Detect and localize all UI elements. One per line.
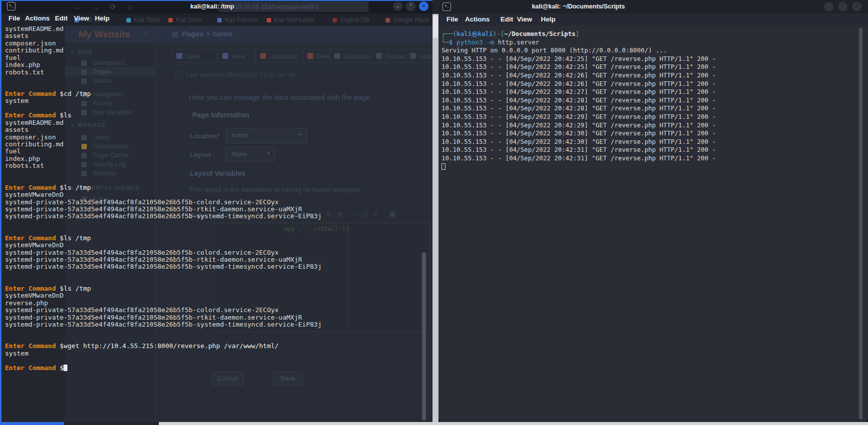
bookmark-favicon [126,18,131,22]
log-line: 10.10.55.153 - - [04/Sep/2022 20:42:25] … [441,55,716,63]
terminal-icon: >_ [442,2,451,11]
home-icon: ⌂ [128,2,132,11]
terminal-command-line: Enter Command $ls [5,112,322,119]
right-terminal-scrollbar[interactable] [859,28,863,420]
minimize-button[interactable]: ⌄ [824,2,834,11]
editor-image-icon: ▣ [389,210,396,218]
left-terminal-scrollbar[interactable] [422,252,426,421]
terminal-blank-line [5,357,322,364]
log-line: 10.10.55.153 - - [04/Sep/2022 20:42:30] … [441,138,716,146]
log-line: 10.10.55.153 - - [04/Sep/2022 20:42:26] … [441,71,716,80]
bookmark-kali-docs: Kali Docs [176,16,202,23]
menu-view[interactable]: View [517,15,532,23]
left-terminal-content[interactable]: systemREADME.md assets composer.json con… [5,25,322,372]
prompt-dollar: $ [449,38,453,46]
command-prompt-label: Enter Command [5,184,60,191]
terminal-output-line: index.php [5,155,322,162]
command-prompt-label: Enter Command [5,285,60,292]
terminal-blank-line [5,83,322,90]
bookmark-kali-nethunter: Kali NetHunter [274,16,315,23]
right-terminal-content[interactable]: ┌──(kali㉿kali)-[~/Documents/Scripts] └─$… [441,30,716,171]
terminal-output-line: systemd-private-57a33d5e4f494acf8fa21058… [5,314,322,321]
log-line: 10.10.55.153 - - [04/Sep/2022 20:42:31] … [441,154,716,163]
menu-view[interactable]: View [74,14,89,22]
terminal-output-line: systemd-private-57a33d5e4f494acf8fa21058… [5,307,322,314]
menu-edit[interactable]: Edit [55,14,68,22]
shell-prompt-line: ┌──(kali㉿kali)-[~/Documents/Scripts] [441,30,716,38]
menu-actions[interactable]: Actions [25,14,50,22]
terminal-output-line: contributing.md [5,47,322,54]
browser-scrollbar-thumb[interactable] [433,15,438,38]
terminal-command-line: Enter Command $ls /tmp [5,184,322,191]
terminal-output-line: systemREADME.md [5,25,322,32]
terminal-command-line: Enter Command $wget http://10.4.55.215:8… [5,343,322,350]
terminal-output-line: robots.txt [5,162,322,169]
terminal-blank-line [5,278,322,285]
terminal-output-line: systemd-private-57a33d5e4f494acf8fa21058… [5,199,322,206]
bookmark-kali-tools: Kali Tools [134,16,160,23]
window-accent-border [0,0,1,425]
menu-edit[interactable]: Edit [500,15,513,23]
browser-chrome-edge [433,0,438,14]
menu-file[interactable]: File [446,15,458,23]
close-button[interactable]: ✕ [419,1,429,11]
terminal-blank-line [5,328,322,335]
url-text: 10.10.55.153/fuel/pages/edit/1 [235,3,319,10]
minimize-button[interactable]: ⌄ [393,1,403,11]
terminal-icon: >_ [7,2,15,10]
bookmark-favicon [267,18,271,22]
command-text: $ls /tmp [60,184,91,191]
editor-align-icon: ≡ [374,210,378,218]
command-prompt-label: Enter Command [5,364,60,372]
browser-page-scrollbar[interactable] [433,14,438,422]
editor-ul-icon: ☰ [326,210,332,218]
log-line: 10.10.55.153 - - [04/Sep/2022 20:42:28] … [441,96,716,105]
terminal-output-line: assets [5,126,322,133]
terminal-blank-line [5,170,322,177]
terminal-blank-line [5,76,322,83]
server-status-line: Serving HTTP on 0.0.0.0 port 8000 (http:… [441,46,716,55]
close-button[interactable]: ✕ [852,2,862,11]
terminal-output-line: system [5,350,322,357]
menu-help[interactable]: Help [95,14,109,22]
editor-inner-divider [348,223,349,331]
terminal-output-line: systemVMwareDnD [5,191,322,198]
forward-icon: → [92,2,99,11]
menu-help[interactable]: Help [541,15,555,23]
command-text: $ls [60,111,71,119]
log-line: 10.10.55.153 - - [04/Sep/2022 20:42:27] … [441,88,716,96]
fuel-cancel-button: Cancel [212,372,244,386]
terminal-output-line: systemd-private-57a33d5e4f494acf8fa21058… [5,263,322,270]
menu-actions[interactable]: Actions [465,15,490,23]
fuel-duplicate-button: Duplicate [330,49,378,63]
log-line: 10.10.55.153 - - [04/Sep/2022 20:42:31] … [441,146,716,154]
command-text: $cd /tmp [60,90,91,97]
bottom-dark-strip [64,422,159,425]
right-terminal-titlebar[interactable] [438,0,868,13]
prompt-frame: ] [575,30,579,37]
terminal-output-line: systemREADME.md [5,119,322,126]
maximize-button[interactable]: ⌃ [838,2,848,11]
duplicate-icon [334,53,340,59]
log-line: 10.10.55.153 - - [04/Sep/2022 20:42:29] … [441,113,716,121]
window-accent-border [0,0,433,1]
terminal-output-line: reverse.php [5,300,322,307]
prompt-frame: )-[ [493,30,504,37]
shell-command-line: └─$ python3 -m http.server [441,38,716,47]
terminal-output-line: systemVMwareDnD [5,242,322,249]
terminal-command-line: Enter Command $ls /tmp [5,235,322,242]
command-prompt-label: Enter Command [5,111,60,119]
terminal-output-line: composer.json [5,134,322,141]
terminal-output-line: contributing.md [5,141,322,148]
fuel-save-bottom-button: Save [273,372,303,386]
terminal-command-line: Enter Command $cd /tmp [5,90,322,97]
command-text: $ls /tmp [60,285,91,292]
log-line: 10.10.55.153 - - [04/Sep/2022 20:42:29] … [441,121,716,130]
terminal-output-line: systemd-private-57a33d5e4f494acf8fa21058… [5,206,322,213]
reload-icon: ⟳ [110,2,116,11]
log-line: 10.10.55.153 - - [04/Sep/2022 20:42:28] … [441,104,716,113]
bookmark-favicon [217,18,222,22]
maximize-button[interactable]: ⌃ [406,1,416,11]
terminal-command-line: Enter Command $ls /tmp [5,285,322,292]
menu-file[interactable]: File [8,14,20,22]
